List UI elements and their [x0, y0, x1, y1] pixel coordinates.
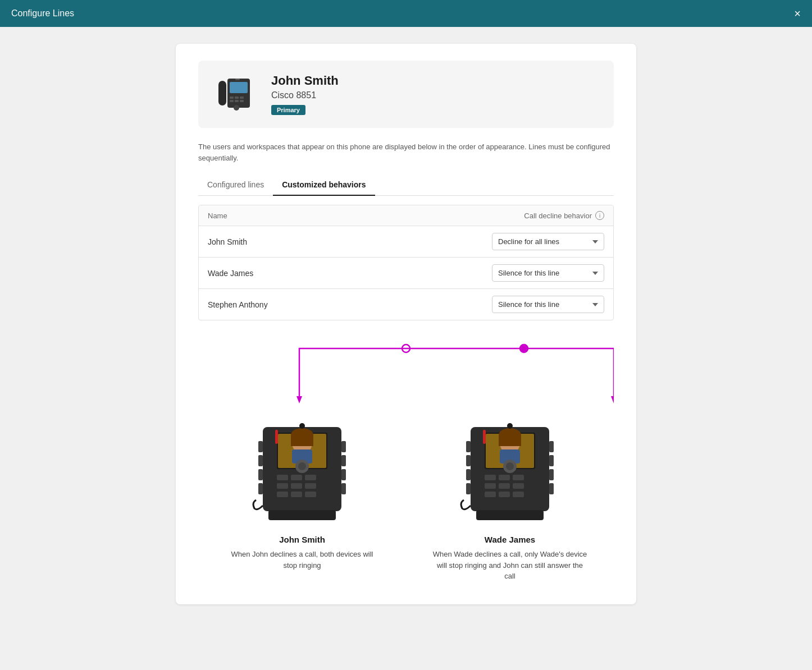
diagram-area: John Smith When John declines a call, bo… — [198, 343, 614, 582]
svg-rect-55 — [549, 483, 554, 494]
svg-rect-51 — [483, 430, 486, 444]
svg-rect-21 — [291, 435, 313, 446]
arrows-diagram — [198, 343, 614, 405]
svg-rect-38 — [291, 492, 302, 497]
behavior-table: Name Call decline behavior i John Smith … — [198, 205, 614, 320]
svg-rect-7 — [235, 100, 239, 102]
row-name: John Smith — [208, 237, 492, 246]
svg-rect-53 — [549, 455, 554, 466]
svg-rect-63 — [485, 483, 496, 489]
svg-rect-67 — [499, 492, 510, 497]
svg-rect-24 — [341, 455, 346, 466]
phones-row: John Smith When John declines a call, bo… — [198, 405, 614, 582]
table-row: John Smith Decline for all lines Silence… — [199, 226, 613, 258]
svg-rect-66 — [485, 492, 496, 497]
device-badge: Primary — [271, 105, 305, 115]
device-header: John Smith Cisco 8851 Primary — [198, 61, 614, 128]
svg-rect-3 — [230, 97, 234, 99]
description-text: The users and workspaces that appear on … — [198, 141, 614, 163]
col-behavior-header: Call decline behavior i — [524, 211, 604, 220]
cisco-phone-illustration-wade — [454, 410, 566, 522]
table-header: Name Call decline behavior i — [199, 205, 613, 226]
top-bar: Configure Lines × — [0, 0, 812, 27]
phone-john: John Smith When John declines a call, bo… — [223, 405, 381, 582]
svg-rect-22 — [275, 430, 278, 444]
page-title: Configure Lines — [11, 8, 74, 19]
svg-rect-72 — [476, 510, 544, 520]
tab-customized-behaviors[interactable]: Customized behaviors — [273, 175, 375, 196]
svg-rect-25 — [341, 469, 346, 480]
configure-lines-card: John Smith Cisco 8851 Primary The users … — [176, 44, 636, 604]
svg-point-70 — [506, 462, 514, 470]
svg-rect-29 — [258, 469, 263, 480]
table-row: Wade James Decline for all lines Silence… — [199, 258, 613, 289]
svg-point-42 — [299, 423, 305, 429]
phone-label-john: John Smith — [279, 535, 325, 544]
svg-rect-10 — [235, 79, 240, 80]
device-model: Cisco 8851 — [271, 90, 339, 100]
phone-image-john — [240, 405, 364, 528]
svg-point-9 — [234, 105, 239, 111]
svg-rect-57 — [466, 455, 471, 466]
svg-rect-5 — [240, 97, 244, 99]
svg-rect-35 — [291, 483, 302, 489]
svg-rect-68 — [513, 492, 524, 497]
svg-rect-8 — [240, 100, 244, 102]
col-name-header: Name — [208, 212, 524, 220]
svg-rect-39 — [305, 492, 316, 497]
svg-rect-64 — [499, 483, 510, 489]
row-name: Wade James — [208, 269, 492, 278]
close-button[interactable]: × — [794, 8, 801, 19]
behavior-select-wade[interactable]: Decline for all lines Silence for this l… — [492, 264, 604, 282]
behavior-select-john[interactable]: Decline for all lines Silence for this l… — [492, 233, 604, 250]
svg-rect-59 — [466, 483, 471, 494]
svg-rect-60 — [485, 475, 496, 480]
svg-rect-50 — [499, 435, 521, 446]
svg-rect-52 — [549, 441, 554, 452]
svg-rect-23 — [341, 441, 346, 452]
device-icon — [215, 72, 260, 117]
phone-wade: Wade James When Wade declines a call, on… — [431, 405, 589, 582]
info-icon[interactable]: i — [595, 211, 604, 220]
svg-marker-14 — [611, 396, 614, 403]
svg-rect-26 — [341, 483, 346, 494]
phone-image-wade — [448, 405, 572, 528]
device-name: John Smith — [271, 74, 339, 88]
svg-rect-61 — [499, 475, 510, 480]
phone-desc-wade: When Wade declines a call, only Wade's d… — [431, 549, 589, 582]
table-row: Stephen Anthony Decline for all lines Si… — [199, 289, 613, 320]
svg-rect-32 — [291, 475, 302, 480]
svg-rect-62 — [513, 475, 524, 480]
svg-rect-54 — [549, 469, 554, 480]
svg-rect-28 — [258, 455, 263, 466]
svg-point-71 — [507, 423, 513, 429]
svg-rect-37 — [277, 492, 288, 497]
svg-rect-43 — [268, 510, 336, 520]
device-info: John Smith Cisco 8851 Primary — [271, 74, 339, 115]
svg-rect-34 — [277, 483, 288, 489]
tabs-container: Configured lines Customized behaviors — [198, 175, 614, 196]
svg-rect-31 — [277, 475, 288, 480]
svg-rect-4 — [235, 97, 239, 99]
svg-rect-56 — [466, 441, 471, 452]
svg-rect-33 — [305, 475, 316, 480]
svg-rect-1 — [230, 82, 248, 93]
svg-rect-65 — [513, 483, 524, 489]
svg-rect-6 — [230, 100, 234, 102]
svg-rect-30 — [258, 483, 263, 494]
row-name: Stephen Anthony — [208, 300, 492, 309]
svg-rect-36 — [305, 483, 316, 489]
svg-rect-27 — [258, 441, 263, 452]
svg-rect-2 — [218, 81, 226, 105]
tab-configured-lines[interactable]: Configured lines — [198, 175, 273, 196]
svg-marker-12 — [296, 396, 302, 403]
behavior-select-stephen[interactable]: Decline for all lines Silence for this l… — [492, 296, 604, 313]
phone-label-wade: Wade James — [485, 535, 535, 544]
svg-point-41 — [298, 462, 306, 470]
cisco-phone-illustration-john — [246, 410, 358, 522]
phone-desc-john: When John declines a call, both devices … — [223, 549, 381, 571]
main-content: John Smith Cisco 8851 Primary The users … — [0, 27, 812, 621]
cisco-phone-icon — [217, 74, 258, 114]
svg-rect-58 — [466, 469, 471, 480]
